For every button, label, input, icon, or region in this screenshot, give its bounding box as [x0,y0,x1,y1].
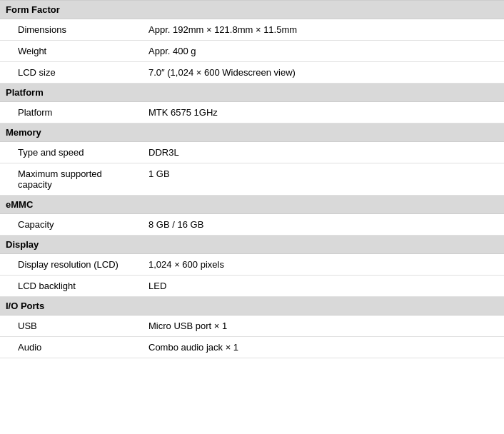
section-header-platform: Platform [0,84,504,102]
spec-value: 1 GB [143,163,504,196]
section-title-platform: Platform [0,84,504,102]
table-row: LCD size7.0″ (1,024 × 600 Widescreen vie… [0,62,504,84]
spec-label: LCD size [0,62,143,84]
spec-label: Display resolution (LCD) [0,254,143,276]
spec-value: LED [143,276,504,297]
section-header-form-factor: Form Factor [0,1,504,19]
spec-value: Appr. 192mm × 121.8mm × 11.5mm [143,19,504,41]
spec-label: USB [0,316,143,337]
spec-label: Platform [0,102,143,123]
spec-label: Audio [0,337,143,358]
section-header-emmc: eMMC [0,196,504,214]
table-row: Capacity8 GB / 16 GB [0,214,504,236]
spec-label: Dimensions [0,19,143,41]
spec-label: Capacity [0,214,143,236]
section-title-io-ports: I/O Ports [0,297,504,316]
table-row: DimensionsAppr. 192mm × 121.8mm × 11.5mm [0,19,504,41]
table-row: PlatformMTK 6575 1GHz [0,102,504,123]
table-row: Type and speedDDR3L [0,142,504,163]
section-title-memory: Memory [0,123,504,142]
table-row: LCD backlightLED [0,276,504,297]
spec-value: 7.0″ (1,024 × 600 Widescreen view) [143,62,504,84]
spec-label: Weight [0,41,143,62]
spec-table: Form FactorDimensionsAppr. 192mm × 121.8… [0,0,504,358]
table-row: Maximum supported capacity1 GB [0,163,504,196]
spec-value: 8 GB / 16 GB [143,214,504,236]
table-row: AudioCombo audio jack × 1 [0,337,504,358]
spec-value: Combo audio jack × 1 [143,337,504,358]
section-header-memory: Memory [0,123,504,142]
section-title-display: Display [0,236,504,254]
spec-value: MTK 6575 1GHz [143,102,504,123]
table-row: USBMicro USB port × 1 [0,316,504,337]
spec-label: Maximum supported capacity [0,163,143,196]
section-header-display: Display [0,236,504,254]
table-row: WeightAppr. 400 g [0,41,504,62]
spec-value: DDR3L [143,142,504,163]
spec-value: Micro USB port × 1 [143,316,504,337]
spec-value: Appr. 400 g [143,41,504,62]
table-row: Display resolution (LCD)1,024 × 600 pixe… [0,254,504,276]
section-title-emmc: eMMC [0,196,504,214]
spec-label: Type and speed [0,142,143,163]
spec-label: LCD backlight [0,276,143,297]
spec-value: 1,024 × 600 pixels [143,254,504,276]
section-title-form-factor: Form Factor [0,1,504,19]
section-header-io-ports: I/O Ports [0,297,504,316]
